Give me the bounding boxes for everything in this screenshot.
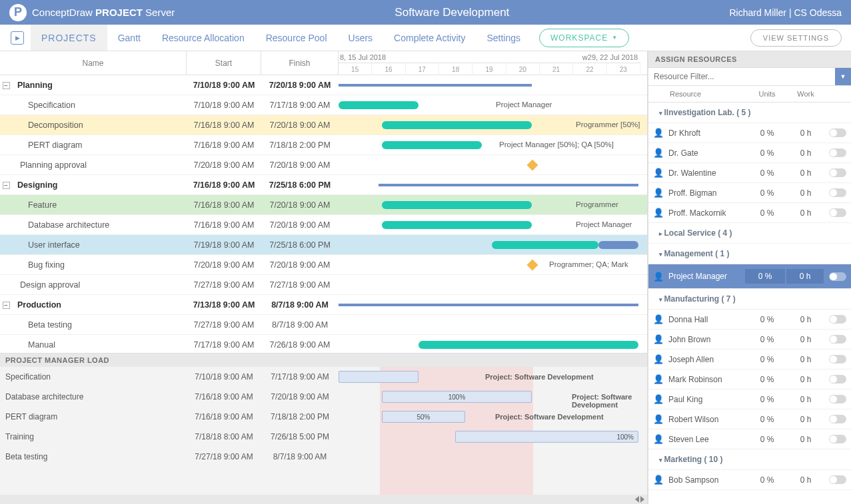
assign-resources-panel: ASSIGN RESOURCES ▼ Resource Units Work l… xyxy=(648,51,851,504)
resource-group[interactable]: Management ( 1 ) xyxy=(648,244,851,264)
app-header: P ConceptDraw PROJECT Server Software De… xyxy=(0,0,851,25)
assign-toggle[interactable] xyxy=(829,208,846,217)
milestone-icon xyxy=(527,160,538,171)
resource-filter-input[interactable] xyxy=(648,68,835,85)
person-icon: 👤 xyxy=(648,208,668,218)
task-row[interactable]: Decomposition 7/16/18 9:00 AM7/20/18 9:0… xyxy=(0,115,647,135)
resource-item[interactable]: 👤Joseph Allen0 %0 h xyxy=(648,350,851,370)
assign-toggle[interactable] xyxy=(829,315,846,324)
task-row[interactable]: Planning approval 7/20/18 9:00 AM7/20/18… xyxy=(0,155,647,175)
timeline-header: 8, 15 Jul 2018 w29, 22 Jul 2018 15161718… xyxy=(339,51,640,75)
brand-text: ConceptDraw PROJECT Server xyxy=(32,7,175,18)
resource-group[interactable]: Marketing ( 10 ) xyxy=(648,449,851,470)
assign-toggle[interactable] xyxy=(829,128,846,137)
user-label[interactable]: Richard Miller | CS Odessa xyxy=(729,7,842,18)
tab-projects[interactable]: PROJECTS xyxy=(31,25,107,51)
resource-item[interactable]: 👤Dr. Walentine0 %0 h xyxy=(648,163,851,183)
resource-item[interactable]: 👤Bob Sampson0 %0 h xyxy=(648,470,851,490)
scroll-left-icon[interactable] xyxy=(635,496,639,503)
assign-toggle[interactable] xyxy=(829,395,846,403)
tab-gantt[interactable]: Gantt xyxy=(107,25,151,51)
tab-complete-activity[interactable]: Complete Activity xyxy=(383,25,476,51)
gantt-header: Name Start Finish 8, 15 Jul 2018 w29, 22… xyxy=(0,51,647,75)
nav-collapse-button[interactable]: ▶ xyxy=(4,25,31,51)
collapse-icon[interactable]: − xyxy=(3,182,10,189)
col-finish: Finish xyxy=(261,51,339,75)
person-icon: 👤 xyxy=(648,414,668,424)
tab-resource-pool[interactable]: Resource Pool xyxy=(255,25,338,51)
resource-item[interactable]: 👤John Brown0 %0 h xyxy=(648,330,851,350)
resource-group[interactable]: lInvestigation Lab. ( 5 ) xyxy=(648,103,851,123)
collapse-icon[interactable]: − xyxy=(3,82,10,89)
page-title: Software Development xyxy=(175,6,729,19)
resource-item[interactable]: 👤Project Manager0 %0 h xyxy=(648,264,851,289)
person-icon: 👤 xyxy=(648,394,668,404)
person-icon: 👤 xyxy=(648,272,668,282)
assign-toggle[interactable] xyxy=(829,375,846,383)
person-icon: 👤 xyxy=(648,434,668,444)
task-row[interactable]: PERT diagram 7/16/18 9:00 AM7/18/18 2:00… xyxy=(0,135,647,155)
resource-item[interactable]: 👤Robert Wilson0 %0 h xyxy=(648,409,851,429)
person-icon: 👤 xyxy=(648,128,668,138)
assign-toggle[interactable] xyxy=(829,335,846,344)
task-row[interactable]: User interface 7/19/18 9:00 AM7/25/18 6:… xyxy=(0,235,647,255)
collapse-icon[interactable]: − xyxy=(3,302,10,309)
tab-users[interactable]: Users xyxy=(338,25,384,51)
load-row[interactable]: Database architecture7/16/18 9:00 AM7/20… xyxy=(0,387,647,407)
task-row[interactable]: Manual 7/17/18 9:00 AM7/26/18 9:00 AM xyxy=(0,335,647,353)
tab-resource-allocation[interactable]: Resource Allocation xyxy=(151,25,255,51)
filter-dropdown-button[interactable]: ▼ xyxy=(835,68,851,85)
horizontal-scrollbar[interactable] xyxy=(0,495,647,504)
assign-toggle[interactable] xyxy=(829,415,846,423)
person-icon: 👤 xyxy=(648,148,668,158)
gantt-body[interactable]: − Planning 7/10/18 9:00 AM7/20/18 9:00 A… xyxy=(0,75,647,353)
resource-item[interactable]: 👤Paul King0 %0 h xyxy=(648,389,851,409)
person-icon: 👤 xyxy=(648,374,668,384)
task-row[interactable]: Feature 7/16/18 9:00 AM7/20/18 9:00 AM P… xyxy=(0,195,647,215)
assign-toggle[interactable] xyxy=(829,355,846,364)
resource-group[interactable]: Local Service ( 4 ) xyxy=(648,223,851,244)
task-row[interactable]: − Planning 7/10/18 9:00 AM7/20/18 9:00 A… xyxy=(0,75,647,95)
person-icon: 👤 xyxy=(648,475,668,485)
person-icon: 👤 xyxy=(648,334,668,344)
task-row[interactable]: Database architecture 7/16/18 9:00 AM7/2… xyxy=(0,215,647,235)
load-row[interactable]: Training7/18/18 8:00 AM7/26/18 5:00 PM 1… xyxy=(0,427,647,447)
person-icon: 👤 xyxy=(648,314,668,324)
nav-bar: ▶ PROJECTS Gantt Resource Allocation Res… xyxy=(0,25,851,51)
task-row[interactable]: Specification 7/10/18 9:00 AM7/17/18 9:0… xyxy=(0,95,647,115)
task-row[interactable]: Design approval 7/27/18 9:00 AM7/27/18 9… xyxy=(0,275,647,295)
load-title: PROJECT MANAGER LOAD xyxy=(0,354,647,367)
col-name: Name xyxy=(0,51,187,75)
task-row[interactable]: Bug fixing 7/20/18 9:00 AM7/20/18 9:00 A… xyxy=(0,255,647,275)
resource-item[interactable]: 👤Mark Robinson0 %0 h xyxy=(648,370,851,389)
resource-item[interactable]: 👤Donna Hall0 %0 h xyxy=(648,310,851,330)
person-icon: 👤 xyxy=(648,188,668,198)
chevron-down-icon: ▼ xyxy=(612,35,618,41)
milestone-icon xyxy=(527,260,538,271)
task-row[interactable]: − Production 7/13/18 9:00 AM8/7/18 9:00 … xyxy=(0,295,647,315)
assign-toggle[interactable] xyxy=(829,148,846,157)
load-row[interactable]: Specification7/10/18 9:00 AM7/17/18 9:00… xyxy=(0,367,647,387)
resource-item[interactable]: 👤Proff. Mackornik0 %0 h xyxy=(648,203,851,223)
assign-toggle[interactable] xyxy=(829,188,846,197)
resource-item[interactable]: 👤Dr Khroft0 %0 h xyxy=(648,123,851,143)
col-start: Start xyxy=(187,51,261,75)
task-row[interactable]: Beta testing 7/27/18 9:00 AM8/7/18 9:00 … xyxy=(0,315,647,335)
resource-item[interactable]: 👤Steven Lee0 %0 h xyxy=(648,429,851,449)
resource-group[interactable]: Manufacturing ( 7 ) xyxy=(648,289,851,310)
assign-toggle[interactable] xyxy=(829,475,846,484)
resource-item[interactable]: 👤Dr. Gate0 %0 h xyxy=(648,143,851,163)
task-row[interactable]: − Designing 7/16/18 9:00 AM7/25/18 6:00 … xyxy=(0,175,647,195)
assign-toggle[interactable] xyxy=(829,435,846,443)
load-row[interactable]: PERT diagram7/16/18 9:00 AM7/18/18 2:00 … xyxy=(0,407,647,427)
load-row[interactable]: Beta testing7/27/18 9:00 AM8/7/18 9:00 A… xyxy=(0,447,647,467)
scroll-right-icon[interactable] xyxy=(640,496,644,503)
view-settings-button[interactable]: VIEW SETTINGS xyxy=(750,29,842,47)
person-icon: 👤 xyxy=(648,354,668,364)
brand: P ConceptDraw PROJECT Server xyxy=(9,4,175,21)
resource-item[interactable]: 👤Proff. Bigman0 %0 h xyxy=(648,183,851,203)
assign-toggle[interactable] xyxy=(829,272,846,281)
assign-toggle[interactable] xyxy=(829,168,846,177)
tab-settings[interactable]: Settings xyxy=(476,25,531,51)
workspace-button[interactable]: WORKSPACE▼ xyxy=(539,29,629,47)
